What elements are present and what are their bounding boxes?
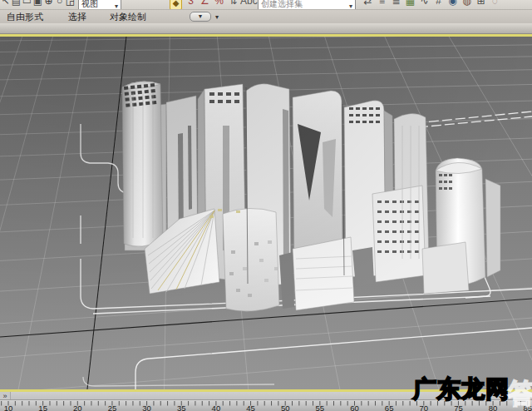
select-by-name-icon[interactable]: ▤ [11, 0, 22, 9]
tower-9 [485, 179, 500, 277]
named-selection-abc-icon[interactable]: Abc [240, 0, 254, 9]
graphite-ribbon-toggle-icon[interactable]: ▦ [403, 0, 417, 9]
chevron-down-icon: ▾ [346, 2, 352, 10]
manipulate-mode-button[interactable]: ◆ [170, 0, 182, 10]
viewport-scene [0, 37, 532, 389]
chevron-down-icon: ▾ [111, 2, 118, 10]
select-and-move-icon[interactable]: ⊕ [43, 0, 54, 9]
rendered-frame-icon[interactable]: ⊞ [474, 0, 488, 9]
rectangular-selection-region-icon[interactable]: ▭ [22, 0, 32, 9]
mirror-icon[interactable]: ⇄ [361, 0, 375, 9]
svg-text:35: 35 [177, 404, 186, 411]
select-and-scale-icon[interactable]: ◲ [65, 0, 76, 9]
front-right-slab [293, 237, 354, 310]
svg-text:75: 75 [454, 404, 463, 411]
svg-text:50: 50 [281, 404, 290, 411]
tab-freeform[interactable]: 自由形式 [7, 10, 43, 23]
right-base [422, 242, 469, 294]
tab-object-paint[interactable]: 对象绘制 [110, 10, 146, 23]
svg-text:55: 55 [316, 404, 325, 411]
chevron-down-icon[interactable]: ▾ [215, 13, 219, 21]
svg-text:85: 85 [523, 404, 532, 411]
open-mini-curve-editor-button[interactable]: » [0, 392, 11, 399]
named-selection-set-value: 创建选择集 [261, 0, 303, 10]
spinner-snap-icon[interactable]: ⇅ [226, 0, 240, 9]
tab-selection[interactable]: 选择 [68, 10, 86, 23]
svg-text:40: 40 [212, 404, 221, 411]
track-bar[interactable]: » [0, 392, 532, 400]
select-and-rotate-icon[interactable]: ○ [54, 0, 65, 9]
reference-coordinate-dropdown[interactable]: 视图 ▾ [78, 0, 121, 10]
utility-tools-group: ⇄≡≣▦∿#◉◍⊞◌ [361, 0, 502, 9]
render-setup-icon[interactable]: ◍ [460, 0, 474, 9]
svg-text:60: 60 [350, 404, 359, 411]
timeline-ruler[interactable]: 10152025303540455055606570758085 [0, 400, 532, 411]
named-selection-set-combobox[interactable]: 创建选择集 ▾ [258, 0, 356, 10]
snap-tools-group: 3∠%⇅Abc [184, 0, 254, 9]
striped-tower [372, 186, 426, 282]
select-object-icon[interactable]: ↖ [0, 0, 11, 9]
svg-text:10: 10 [4, 404, 13, 411]
selection-tools-group: ↖▤▭▣⊕○◲ [0, 0, 76, 9]
svg-text:70: 70 [420, 404, 429, 411]
schematic-view-icon[interactable]: # [431, 0, 446, 9]
render-production-icon[interactable]: ◌ [488, 0, 502, 9]
svg-text:65: 65 [385, 404, 394, 411]
layer-manager-icon[interactable]: ≣ [389, 0, 403, 9]
ribbon-minimize-button[interactable]: ▼ [190, 12, 211, 22]
align-icon[interactable]: ≡ [375, 0, 389, 9]
percent-snap-icon[interactable]: % [212, 0, 226, 9]
reference-coordinate-value: 视图 [81, 0, 98, 10]
perspective-viewport[interactable] [0, 34, 532, 392]
timeline-ticks: 10152025303540455055606570758085 [0, 400, 532, 411]
svg-text:15: 15 [38, 404, 47, 411]
main-toolbar: ↖▤▭▣⊕○◲ 视图 ▾ ◆ 3∠%⇅Abc 创建选择集 ▾ ⇄≡≣▦∿#◉◍⊞… [0, 0, 532, 10]
application-window: ↖▤▭▣⊕○◲ 视图 ▾ ◆ 3∠%⇅Abc 创建选择集 ▾ ⇄≡≣▦∿#◉◍⊞… [0, 0, 532, 411]
svg-text:25: 25 [108, 404, 117, 411]
svg-text:20: 20 [73, 404, 82, 411]
material-editor-icon[interactable]: ◉ [446, 0, 460, 9]
svg-text:45: 45 [246, 404, 255, 411]
svg-text:30: 30 [142, 404, 151, 411]
snaps-toggle-icon[interactable]: 3 [184, 0, 198, 9]
angle-snap-icon[interactable]: ∠ [198, 0, 212, 9]
ribbon-collapsed-panel [0, 23, 532, 34]
curve-editor-icon[interactable]: ∿ [417, 0, 431, 9]
window-crossing-icon[interactable]: ▣ [32, 0, 43, 9]
svg-text:80: 80 [489, 404, 498, 411]
ribbon-tab-bar: 自由形式 选择 对象绘制 ▼ ▾ [0, 10, 532, 23]
